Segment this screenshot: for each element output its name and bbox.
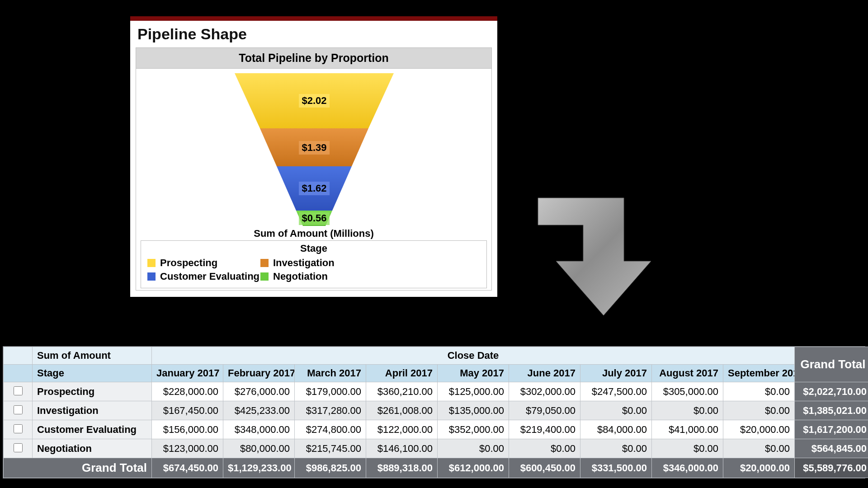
- month-header[interactable]: January 2017: [152, 365, 223, 382]
- cell-value: $305,000.00: [652, 382, 723, 401]
- legend-label: Customer Evaluating: [160, 271, 259, 282]
- month-header[interactable]: June 2017: [509, 365, 580, 382]
- grand-total-row-label: Grand Total: [4, 458, 152, 478]
- column-total: $674,450.00: [152, 458, 223, 478]
- cell-value: $219,400.00: [509, 420, 580, 439]
- measure-header: Sum of Amount: [33, 347, 152, 365]
- pivot-table: Sum of Amount Close Date Grand Total Sta…: [3, 346, 865, 479]
- grand-total-row: Grand Total $674,450.00 $1,129,233.00 $9…: [4, 458, 868, 478]
- table-row: Negotiation$123,000.00$80,000.00$215,745…: [4, 439, 868, 458]
- pipeline-shape-widget: Pipeline Shape Total Pipeline by Proport…: [130, 16, 497, 297]
- cell-value: $179,000.00: [295, 382, 366, 401]
- swatch-icon: [260, 272, 269, 281]
- column-total: $331,500.00: [580, 458, 652, 478]
- funnel-chart: $2.02 $1.39 $1.62 $0.56 Sum of Amount (M…: [136, 69, 491, 240]
- cell-value: $228,000.00: [152, 382, 223, 401]
- month-header[interactable]: July 2017: [580, 365, 652, 382]
- column-total: $1,129,233.00: [223, 458, 295, 478]
- legend-label: Prospecting: [160, 257, 217, 269]
- swatch-icon: [147, 259, 156, 267]
- funnel-value-0: $2.02: [302, 95, 326, 106]
- row-checkbox-cell: [4, 401, 33, 420]
- column-total: $612,000.00: [438, 458, 509, 478]
- funnel-value-2: $1.62: [302, 183, 326, 194]
- cell-value: $0.00: [723, 382, 795, 401]
- cell-value: $122,000.00: [366, 420, 438, 439]
- cell-value: $84,000.00: [580, 420, 652, 439]
- swatch-icon: [147, 272, 156, 281]
- cell-value: $261,008.00: [366, 401, 438, 420]
- cell-value: $0.00: [580, 401, 652, 420]
- cell-value: $135,000.00: [438, 401, 509, 420]
- cell-value: $167,450.00: [152, 401, 223, 420]
- widget-title: Pipeline Shape: [136, 23, 492, 47]
- row-checkbox-cell: [4, 439, 33, 458]
- legend-item-prospecting[interactable]: Prospecting: [147, 256, 260, 270]
- table-row: Customer Evaluating$156,000.00$348,000.0…: [4, 420, 868, 439]
- row-checkbox[interactable]: [14, 405, 23, 414]
- row-total: $2,022,710.00: [795, 382, 868, 401]
- table-row: Prospecting$228,000.00$276,000.00$179,00…: [4, 382, 868, 401]
- row-checkbox[interactable]: [14, 386, 23, 395]
- month-header[interactable]: May 2017: [438, 365, 509, 382]
- cell-value: $80,000.00: [223, 439, 295, 458]
- cell-value: $0.00: [652, 439, 723, 458]
- cell-value: $425,233.00: [223, 401, 295, 420]
- funnel-value-1: $1.39: [302, 142, 326, 153]
- chart-axis-label: Sum of Amount (Millions): [136, 228, 491, 239]
- cell-value: $274,800.00: [295, 420, 366, 439]
- month-header[interactable]: August 2017: [652, 365, 723, 382]
- swatch-icon: [260, 259, 269, 267]
- stage-name: Negotiation: [33, 439, 152, 458]
- stage-header: Stage: [33, 365, 152, 382]
- column-total: $600,450.00: [509, 458, 580, 478]
- cell-value: $0.00: [509, 439, 580, 458]
- column-total: $20,000.00: [723, 458, 795, 478]
- cell-value: $125,000.00: [438, 382, 509, 401]
- cell-value: $360,210.00: [366, 382, 438, 401]
- cell-value: $123,000.00: [152, 439, 223, 458]
- legend-title: Stage: [141, 241, 486, 255]
- cell-value: $146,100.00: [366, 439, 438, 458]
- legend-item-investigation[interactable]: Investigation: [260, 256, 373, 270]
- column-total: $346,000.00: [652, 458, 723, 478]
- legend-item-negotiation[interactable]: Negotiation: [260, 270, 373, 283]
- row-checkbox[interactable]: [14, 424, 23, 433]
- funnel-value-3: $0.56: [302, 212, 326, 224]
- row-total: $1,385,021.00: [795, 401, 868, 420]
- month-header[interactable]: February 2017: [223, 365, 295, 382]
- row-total: $564,845.00: [795, 439, 868, 458]
- row-checkbox-cell: [4, 420, 33, 439]
- stage-name: Investigation: [33, 401, 152, 420]
- row-total: $1,617,200.00: [795, 420, 868, 439]
- flow-arrow-icon: [533, 193, 660, 320]
- cell-value: $79,050.00: [509, 401, 580, 420]
- close-date-header: Close Date: [152, 347, 795, 365]
- chart-title: Total Pipeline by Proportion: [136, 48, 491, 69]
- checkbox-column-header: [4, 347, 33, 365]
- cell-value: $0.00: [723, 401, 795, 420]
- legend-label: Negotiation: [273, 271, 328, 282]
- month-header[interactable]: September 2017: [723, 365, 795, 382]
- column-total: $889,318.00: [366, 458, 438, 478]
- column-total: $986,825.00: [295, 458, 366, 478]
- chart-container: Total Pipeline by Proportion: [136, 47, 492, 291]
- cell-value: $276,000.00: [223, 382, 295, 401]
- checkbox-column-header: [4, 365, 33, 382]
- stage-name: Customer Evaluating: [33, 420, 152, 439]
- cell-value: $352,000.00: [438, 420, 509, 439]
- grand-total-value: $5,589,776.00: [795, 458, 868, 478]
- cell-value: $348,000.00: [223, 420, 295, 439]
- cell-value: $215,745.00: [295, 439, 366, 458]
- month-header[interactable]: April 2017: [366, 365, 438, 382]
- legend-item-customer-evaluating[interactable]: Customer Evaluating: [147, 270, 260, 283]
- cell-value: $0.00: [723, 439, 795, 458]
- row-checkbox-cell: [4, 382, 33, 401]
- cell-value: $247,500.00: [580, 382, 652, 401]
- month-header[interactable]: March 2017: [295, 365, 366, 382]
- chart-legend: Stage Prospecting Investigation Customer…: [141, 240, 487, 288]
- row-checkbox[interactable]: [14, 443, 23, 452]
- cell-value: $156,000.00: [152, 420, 223, 439]
- cell-value: $20,000.00: [723, 420, 795, 439]
- legend-label: Investigation: [273, 257, 335, 269]
